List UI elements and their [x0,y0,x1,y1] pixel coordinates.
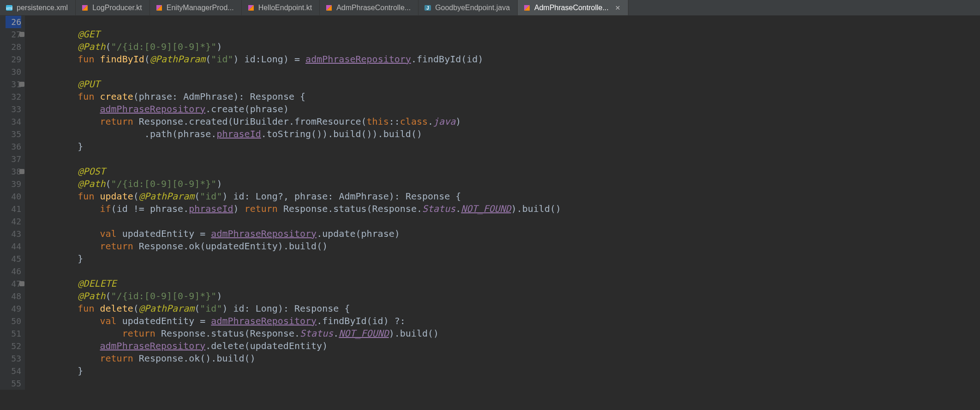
tab-bar: xmlpersistence.xmlLogProducer.ktEnityMan… [0,0,980,16]
line-number: 28 [6,41,21,53]
tab-label: GoodbyeEndpoint.java [435,4,510,12]
code-line[interactable]: } [33,253,561,265]
code-line[interactable]: } [33,140,561,153]
line-number: 47 [6,277,21,290]
fold-icon[interactable] [19,82,24,87]
kt-file-icon [155,4,163,12]
code-line[interactable] [33,265,561,277]
gutter: 2627282930313233343536373839404142434445… [0,16,25,390]
code-line[interactable]: if(id != phrase.phraseId) return Respons… [33,203,561,215]
code-line[interactable]: val updatedEntity = admPhraseRepository.… [33,315,561,327]
kt-file-icon [523,4,531,12]
line-number: 49 [6,302,21,315]
code-line[interactable]: return Response.ok(updatedEntity).build(… [33,240,561,253]
code-line[interactable]: admPhraseRepository.delete(updatedEntity… [33,340,561,352]
code-line[interactable] [33,66,561,78]
kt-file-icon [325,4,333,12]
code-line[interactable]: @DELETE [33,277,561,290]
code-line[interactable]: return Response.status(Response.Status.N… [33,327,561,340]
fold-icon[interactable] [19,32,24,37]
tab-label: AdmPhraseControlle... [534,4,609,12]
code-line[interactable] [33,16,561,28]
tab-admphrasecontrolle-[interactable]: AdmPhraseControlle...✕ [518,0,628,15]
code-line[interactable]: fun findById(@PathParam("id") id:Long) =… [33,53,561,66]
code-line[interactable] [33,153,561,165]
line-number: 37 [6,153,21,165]
code-line[interactable]: } [33,365,561,377]
code-area[interactable]: @GET @Path("/{id:[0-9][0-9]*}") fun find… [25,16,561,390]
line-number: 29 [6,53,21,66]
code-line[interactable]: @Path("/{id:[0-9][0-9]*}") [33,290,561,302]
code-line[interactable]: admPhraseRepository.create(phrase) [33,103,561,115]
code-line[interactable]: @PUT [33,78,561,90]
tab-logproducer-kt[interactable]: LogProducer.kt [76,0,150,15]
tab-label: AdmPhraseControlle... [336,4,411,12]
code-line[interactable]: @GET [33,28,561,41]
xml-file-icon: xml [6,4,13,12]
code-line[interactable]: fun delete(@PathParam("id") id: Long): R… [33,302,561,315]
line-number: 39 [6,178,21,190]
tab-admphrasecontrolle-[interactable]: AdmPhraseControlle... [320,0,418,15]
code-line[interactable]: @Path("/{id:[0-9][0-9]*}") [33,178,561,190]
line-number: 26 [6,16,21,28]
line-number: 27 [6,28,21,41]
line-number: 40 [6,190,21,203]
code-line[interactable]: fun create(phrase: AdmPhrase): Response … [33,90,561,103]
code-line[interactable] [33,377,561,390]
line-number: 34 [6,115,21,128]
fold-icon[interactable] [19,281,24,286]
line-number: 42 [6,215,21,228]
line-number: 48 [6,290,21,302]
line-number: 31 [6,78,21,90]
tab-helloendpoint-kt[interactable]: HelloEndpoint.kt [242,0,320,15]
code-line[interactable]: return Response.ok().build() [33,352,561,365]
line-number: 52 [6,340,21,352]
tab-label: persistence.xml [17,4,68,12]
svg-text:xml: xml [6,6,12,11]
code-line[interactable]: .path(phrase.phraseId.toString()).build(… [33,128,561,140]
tab-goodbyeendpoint-java[interactable]: JGoodbyeEndpoint.java [418,0,518,15]
line-number: 53 [6,352,21,365]
code-line[interactable]: @Path("/{id:[0-9][0-9]*}") [33,41,561,53]
line-number: 38 [6,165,21,178]
line-number: 43 [6,228,21,240]
kt-file-icon [247,4,255,12]
line-number: 54 [6,365,21,377]
line-number: 44 [6,240,21,253]
code-line[interactable]: @POST [33,165,561,178]
line-number: 32 [6,90,21,103]
code-line[interactable] [33,215,561,228]
tab-enitymanagerprod-[interactable]: EnityManagerProd... [150,0,242,15]
line-number: 51 [6,327,21,340]
line-number: 50 [6,315,21,327]
line-number: 55 [6,377,21,390]
code-line[interactable]: fun update(@PathParam("id") id: Long?, p… [33,190,561,203]
fold-icon[interactable] [19,169,24,174]
tab-persistence-xml[interactable]: xmlpersistence.xml [0,0,76,15]
close-icon[interactable]: ✕ [615,4,621,12]
code-line[interactable]: return Response.created(UriBuilder.fromR… [33,115,561,128]
svg-text:J: J [426,6,429,11]
line-number: 46 [6,265,21,277]
java-file-icon: J [424,4,431,12]
line-number: 30 [6,66,21,78]
line-number: 35 [6,128,21,140]
tab-label: LogProducer.kt [92,4,142,12]
line-number: 45 [6,253,21,265]
code-line[interactable]: val updatedEntity = admPhraseRepository.… [33,228,561,240]
code-editor[interactable]: 2627282930313233343536373839404142434445… [0,16,980,390]
kt-file-icon [81,4,89,12]
line-number: 41 [6,203,21,215]
tab-label: EnityManagerProd... [167,4,234,12]
line-number: 33 [6,103,21,115]
line-number: 36 [6,140,21,153]
tab-label: HelloEndpoint.kt [258,4,312,12]
